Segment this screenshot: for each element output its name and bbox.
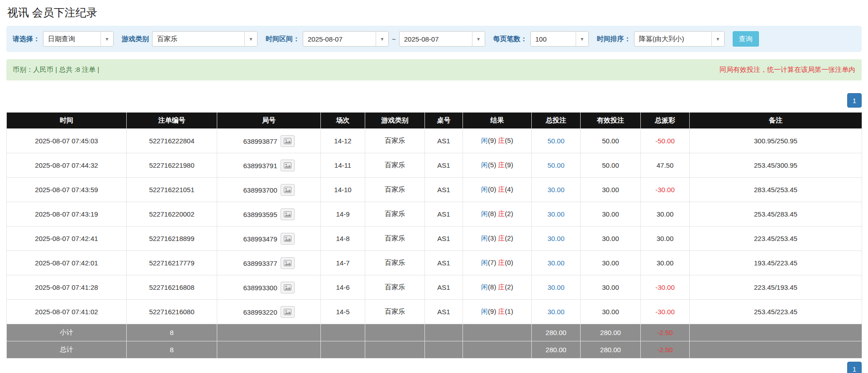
sort-order-dropdown[interactable]: 降冪(由大到小) ▼ xyxy=(634,31,725,47)
currency-summary-text: 币别：人民币 | 总共 :8 注单 | xyxy=(13,66,99,74)
total-bet-link[interactable]: 30.00 xyxy=(548,235,565,242)
result-player-value: (9) xyxy=(488,307,496,315)
filter-group-pagesize: 每页笔数： 100 ▼ xyxy=(493,31,589,47)
cell-valid-bet: 50.00 xyxy=(581,129,641,153)
result-banker-value: (2) xyxy=(505,283,513,291)
round-id-text: 638993377 xyxy=(243,259,277,267)
table-header-row: 时间 注单编号 局号 场次 游戏类别 桌号 结果 总投注 有效投注 xyxy=(7,113,862,129)
summary-row: 小计 8 280.00 280.00 -2.50 xyxy=(7,324,862,341)
image-icon xyxy=(284,138,291,144)
cell-bet-id: 522716222804 xyxy=(127,129,217,153)
total-bet-link[interactable]: 50.00 xyxy=(548,137,565,145)
total-bet-link[interactable]: 30.00 xyxy=(548,283,565,291)
cell-total-bet: 30.00 xyxy=(532,300,581,324)
cell-time: 2025-08-07 07:42:01 xyxy=(7,251,127,275)
cell-note: 223.45/253.45 xyxy=(690,227,862,251)
summary-row: 总计 8 280.00 280.00 -2.50 xyxy=(7,341,862,359)
cell-table-no: AS1 xyxy=(425,227,463,251)
filter-group-daterange: 时间区间： 2025-08-07 ▼ ~ 2025-08-07 ▼ xyxy=(266,31,485,47)
page-1-button[interactable]: 1 xyxy=(847,93,862,108)
round-replay-button[interactable] xyxy=(281,233,295,245)
cell-bet-id: 522716218899 xyxy=(127,227,217,251)
sort-order-label: 时间排序： xyxy=(597,35,631,43)
column-header: 局号 xyxy=(217,113,321,129)
page-size-dropdown[interactable]: 100 ▼ xyxy=(530,31,589,47)
cell-session: 14-10 xyxy=(321,178,365,202)
cell-result: 闲(9) 庄(1) xyxy=(463,300,532,324)
result-player-value: (3) xyxy=(488,234,496,242)
image-icon xyxy=(284,211,291,217)
result-player-label: 闲 xyxy=(481,161,488,169)
round-id-text: 638993300 xyxy=(243,283,277,291)
cell-total-bet: 50.00 xyxy=(532,129,581,153)
image-icon xyxy=(284,260,291,266)
round-replay-button[interactable] xyxy=(281,306,295,318)
cell-total-bet: 50.00 xyxy=(532,153,581,178)
cell-bet-id: 522716216080 xyxy=(127,300,217,324)
round-replay-button[interactable] xyxy=(281,160,295,171)
chevron-down-icon: ▼ xyxy=(576,32,588,46)
summary-empty-cell xyxy=(365,324,425,341)
cell-game-type: 百家乐 xyxy=(365,129,425,153)
round-replay-button[interactable] xyxy=(281,208,295,220)
cell-result: 闲(3) 庄(2) xyxy=(463,227,532,251)
total-bet-link[interactable]: 30.00 xyxy=(548,186,565,194)
result-player-label: 闲 xyxy=(481,259,488,266)
round-replay-button[interactable] xyxy=(281,257,295,269)
cell-round-id: 638993877 xyxy=(217,129,321,153)
result-player-label: 闲 xyxy=(481,283,488,291)
round-id-text: 638993700 xyxy=(243,186,277,194)
summary-payout: -2.50 xyxy=(641,341,690,359)
round-replay-button[interactable] xyxy=(281,184,295,196)
cell-total-bet: 30.00 xyxy=(532,202,581,227)
cell-session: 14-7 xyxy=(321,251,365,275)
cell-time: 2025-08-07 07:41:28 xyxy=(7,275,127,300)
result-player-label: 闲 xyxy=(481,307,488,315)
cell-result: 闲(0) 庄(4) xyxy=(463,178,532,202)
cell-bet-id: 522716217779 xyxy=(127,251,217,275)
cell-valid-bet: 30.00 xyxy=(581,300,641,324)
cell-payout: 30.00 xyxy=(641,251,690,275)
total-bet-link[interactable]: 30.00 xyxy=(548,308,565,316)
summary-body: 小计 8 280.00 280.00 -2.50 总计 8 xyxy=(7,324,862,359)
filter-group-select: 请选择： 日期查询 ▼ xyxy=(13,31,114,47)
search-button[interactable]: 查询 xyxy=(733,31,759,47)
round-replay-button[interactable] xyxy=(281,282,295,293)
notice-warning-text: 同局有效投注，统一计算在该局第一张注单内 xyxy=(720,66,855,74)
cell-time: 2025-08-07 07:43:19 xyxy=(7,202,127,227)
chevron-down-icon: ▼ xyxy=(376,32,388,46)
cell-payout: -30.00 xyxy=(641,275,690,300)
result-player-value: (9) xyxy=(488,137,496,144)
filter-bar: 请选择： 日期查询 ▼ 游戏类别 百家乐 ▼ 时间区间： 2025-08-07 … xyxy=(6,26,862,52)
summary-empty-cell xyxy=(425,324,463,341)
cell-table-no: AS1 xyxy=(425,202,463,227)
date-to-picker[interactable]: 2025-08-07 ▼ xyxy=(399,31,485,47)
summary-empty-cell xyxy=(690,341,862,359)
result-banker-label: 庄 xyxy=(498,185,505,193)
notice-bar: 币别：人民币 | 总共 :8 注单 | 同局有效投注，统一计算在该局第一张注单内 xyxy=(6,59,862,80)
total-bet-link[interactable]: 50.00 xyxy=(548,161,565,169)
round-id-text: 638993791 xyxy=(243,161,277,169)
page-1-button[interactable]: 1 xyxy=(847,362,862,373)
game-type-dropdown[interactable]: 百家乐 ▼ xyxy=(152,31,258,47)
result-banker-value: (1) xyxy=(505,307,513,315)
cell-session: 14-11 xyxy=(321,153,365,178)
cell-table-no: AS1 xyxy=(425,153,463,178)
result-player-label: 闲 xyxy=(481,234,488,242)
total-bet-link[interactable]: 30.00 xyxy=(548,259,565,267)
cell-note: 300.95/250.95 xyxy=(690,129,862,153)
column-header: 时间 xyxy=(7,113,127,129)
round-replay-button[interactable] xyxy=(281,135,295,147)
query-type-dropdown[interactable]: 日期查询 ▼ xyxy=(43,31,114,47)
pagination-bottom: 1 xyxy=(6,362,862,373)
summary-label: 总计 xyxy=(7,341,127,359)
cell-payout: -50.00 xyxy=(641,129,690,153)
table-row: 2025-08-07 07:41:02 522716216080 6389932… xyxy=(7,300,862,324)
table-head: 时间 注单编号 局号 场次 游戏类别 桌号 结果 总投注 有效投注 xyxy=(7,113,862,129)
page-size-label: 每页笔数： xyxy=(493,35,527,43)
cell-round-id: 638993220 xyxy=(217,300,321,324)
total-bet-link[interactable]: 30.00 xyxy=(548,210,565,218)
date-from-picker[interactable]: 2025-08-07 ▼ xyxy=(303,31,389,47)
cell-bet-id: 522716221051 xyxy=(127,178,217,202)
summary-total-bet: 280.00 xyxy=(532,341,581,359)
